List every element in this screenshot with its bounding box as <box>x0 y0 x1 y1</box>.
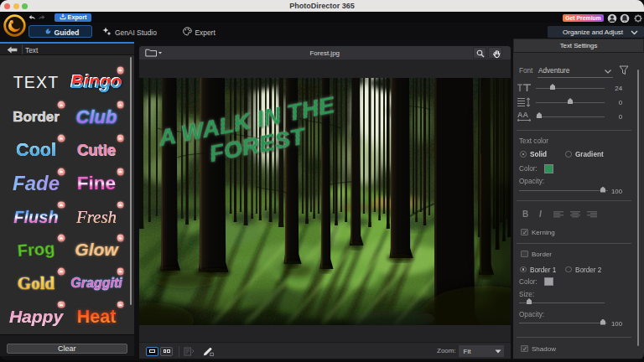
svg-text:AA: AA <box>517 111 528 119</box>
